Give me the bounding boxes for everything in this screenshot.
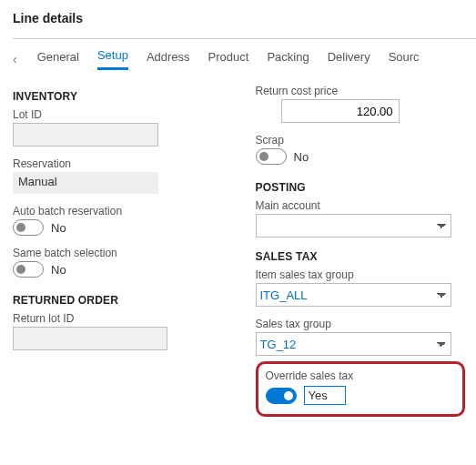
return-cost-label: Return cost price xyxy=(256,85,477,97)
tab-product[interactable]: Product xyxy=(208,50,249,69)
auto-batch-label: Auto batch reservation xyxy=(13,205,234,217)
chevron-left-icon[interactable]: ‹ xyxy=(13,52,19,66)
main-account-label: Main account xyxy=(256,199,477,212)
override-sales-tax-label: Override sales tax xyxy=(266,369,455,382)
reservation-label: Reservation xyxy=(13,157,234,170)
tab-general[interactable]: General xyxy=(37,50,79,69)
tab-setup[interactable]: Setup xyxy=(97,48,128,70)
returned-order-heading: RETURNED ORDER xyxy=(13,294,234,307)
override-sales-tax-toggle[interactable] xyxy=(266,388,297,404)
auto-batch-text: No xyxy=(51,221,66,235)
lot-id-input[interactable] xyxy=(13,123,158,147)
scrap-text: No xyxy=(294,150,309,164)
scrap-label: Scrap xyxy=(256,134,477,147)
item-sales-tax-group-label: Item sales tax group xyxy=(256,268,477,281)
return-lot-id-label: Return lot ID xyxy=(13,312,234,325)
divider xyxy=(13,38,476,39)
auto-batch-toggle[interactable] xyxy=(13,219,44,236)
tab-delivery[interactable]: Delivery xyxy=(328,50,370,69)
same-batch-label: Same batch selection xyxy=(13,247,234,259)
lot-id-label: Lot ID xyxy=(13,108,234,121)
same-batch-toggle[interactable] xyxy=(13,261,44,278)
return-lot-id-input[interactable] xyxy=(13,327,167,350)
tab-bar: ‹ General Setup Address Product Packing … xyxy=(13,45,476,72)
override-highlight: Override sales tax Yes xyxy=(256,361,465,417)
scrap-toggle[interactable] xyxy=(256,148,287,165)
same-batch-text: No xyxy=(51,263,66,277)
sales-tax-group-select[interactable]: TG_12 xyxy=(256,332,451,356)
item-sales-tax-group-select[interactable]: ITG_ALL xyxy=(256,283,451,307)
page-title: Line details xyxy=(13,11,476,25)
posting-heading: POSTING xyxy=(256,181,477,194)
tab-packing[interactable]: Packing xyxy=(267,50,309,69)
sales-tax-heading: SALES TAX xyxy=(256,250,477,263)
override-sales-tax-text: Yes xyxy=(304,386,346,405)
reservation-value[interactable]: Manual xyxy=(13,172,158,194)
tab-sourc[interactable]: Sourc xyxy=(389,50,420,69)
tab-address[interactable]: Address xyxy=(147,50,190,69)
main-account-select[interactable] xyxy=(256,214,451,238)
return-cost-input[interactable] xyxy=(281,99,400,123)
sales-tax-group-label: Sales tax group xyxy=(256,318,477,330)
inventory-heading: INVENTORY xyxy=(13,90,234,103)
